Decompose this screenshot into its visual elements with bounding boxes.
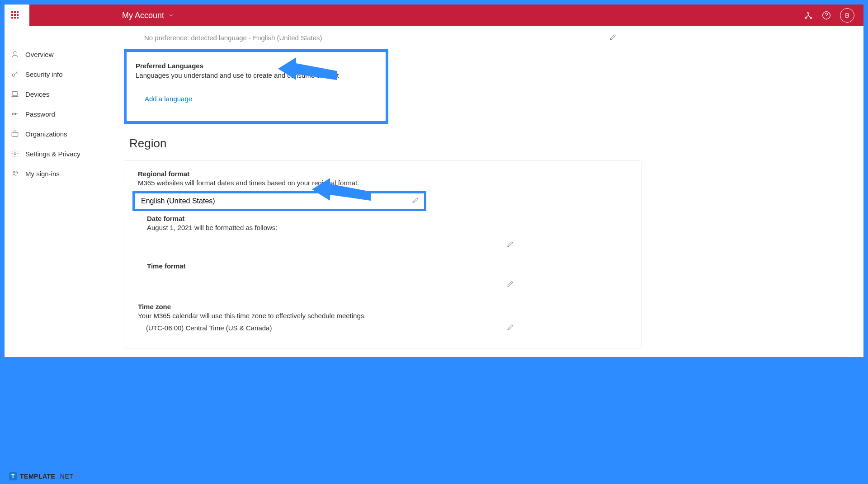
svg-point-10	[13, 171, 15, 174]
help-icon[interactable]	[822, 11, 831, 20]
date-format-block: Date format August 1, 2021 will be forma…	[147, 215, 627, 258]
page-title-dropdown[interactable]: My Account	[122, 11, 174, 20]
pencil-icon	[506, 280, 514, 288]
edit-regional-format-button[interactable]	[411, 196, 420, 206]
region-card: Regional format M365 websites will forma…	[124, 160, 642, 348]
chevron-down-icon	[168, 12, 174, 19]
person-icon	[11, 50, 19, 58]
briefcase-icon	[11, 130, 19, 138]
pencil-icon	[506, 240, 514, 248]
top-bar: My Account B	[5, 5, 863, 26]
pencil-icon	[609, 33, 617, 41]
time-format-value-row	[147, 271, 627, 298]
preferred-languages-title: Preferred Languages	[136, 62, 377, 70]
detected-text: No preference: detected language - Engli…	[144, 34, 322, 42]
time-zone-block: Time zone Your M365 calendar will use th…	[138, 303, 627, 336]
sidebar: Overview Security info Devices Password …	[5, 26, 108, 183]
nav-label: Organizations	[25, 130, 67, 138]
key-icon	[11, 110, 19, 118]
regional-format-highlight: English (United States)	[132, 191, 426, 211]
svg-point-9	[14, 153, 16, 155]
svg-point-2	[810, 17, 811, 19]
key-icon	[11, 70, 19, 78]
nav-label: Settings & Privacy	[25, 150, 80, 158]
regional-format-block: Regional format M365 websites will forma…	[138, 170, 627, 187]
detected-language-row: No preference: detected language - Engli…	[124, 31, 854, 45]
annotation-arrow-2	[312, 176, 371, 209]
edit-detected-button[interactable]	[609, 33, 617, 42]
nav-label: Overview	[25, 51, 54, 58]
date-format-title: Date format	[147, 215, 627, 222]
page-title: My Account	[122, 11, 164, 20]
sidebar-item-overview[interactable]: Overview	[5, 44, 108, 64]
time-zone-value-row: (UTC-06:00) Central Time (US & Canada)	[138, 320, 627, 336]
date-format-desc: August 1, 2021 will be formatted as foll…	[147, 224, 627, 231]
user-avatar[interactable]: B	[840, 8, 854, 23]
signin-icon	[11, 169, 19, 178]
app-container: My Account B Overview Security info Devi…	[5, 5, 863, 357]
nav-label: Security info	[25, 70, 63, 78]
sidebar-item-devices[interactable]: Devices	[5, 84, 108, 104]
regional-format-title: Regional format	[138, 170, 627, 178]
main-content: No preference: detected language - Engli…	[124, 26, 863, 348]
nav-label: My sign-ins	[25, 170, 60, 178]
sidebar-item-password[interactable]: Password	[5, 104, 108, 124]
time-zone-desc: Your M365 calendar will use this time zo…	[138, 312, 627, 320]
app-launcher-button[interactable]	[11, 11, 19, 19]
date-format-value-row	[147, 231, 627, 258]
region-heading: Region	[129, 136, 854, 150]
edit-time-zone-button[interactable]	[506, 323, 514, 333]
edit-time-format-button[interactable]	[506, 280, 514, 290]
top-bar-actions: B	[804, 8, 863, 23]
waffle-icon	[11, 11, 19, 19]
svg-rect-8	[12, 132, 18, 136]
preferred-languages-desc: Languages you understand and use to crea…	[136, 71, 377, 79]
gear-icon	[11, 150, 19, 158]
laptop-icon	[11, 90, 19, 98]
edit-date-format-button[interactable]	[506, 240, 514, 250]
pencil-icon	[411, 196, 420, 204]
annotation-arrow-1	[278, 55, 337, 89]
time-zone-value: (UTC-06:00) Central Time (US & Canada)	[146, 324, 272, 332]
svg-point-7	[12, 113, 14, 115]
svg-rect-6	[12, 92, 18, 95]
sidebar-item-signins[interactable]: My sign-ins	[5, 164, 108, 183]
svg-point-0	[807, 12, 809, 14]
sidebar-item-security[interactable]: Security info	[5, 64, 108, 84]
svg-point-1	[805, 17, 807, 19]
time-format-title: Time format	[147, 262, 627, 270]
time-zone-title: Time zone	[138, 303, 627, 310]
nav-label: Password	[25, 110, 55, 118]
regional-format-desc: M365 websites will format dates and time…	[138, 179, 627, 187]
preferred-languages-highlight: Preferred Languages Languages you unders…	[124, 49, 388, 124]
svg-point-4	[14, 52, 16, 54]
svg-point-5	[12, 74, 15, 76]
nav-label: Devices	[25, 90, 49, 98]
sidebar-item-settings[interactable]: Settings & Privacy	[5, 144, 108, 164]
sidebar-item-organizations[interactable]: Organizations	[5, 124, 108, 144]
time-format-block: Time format	[147, 262, 627, 298]
add-language-link[interactable]: Add a language	[145, 95, 192, 103]
pencil-icon	[506, 323, 514, 331]
org-icon[interactable]	[804, 11, 813, 20]
regional-format-value: English (United States)	[141, 197, 215, 205]
